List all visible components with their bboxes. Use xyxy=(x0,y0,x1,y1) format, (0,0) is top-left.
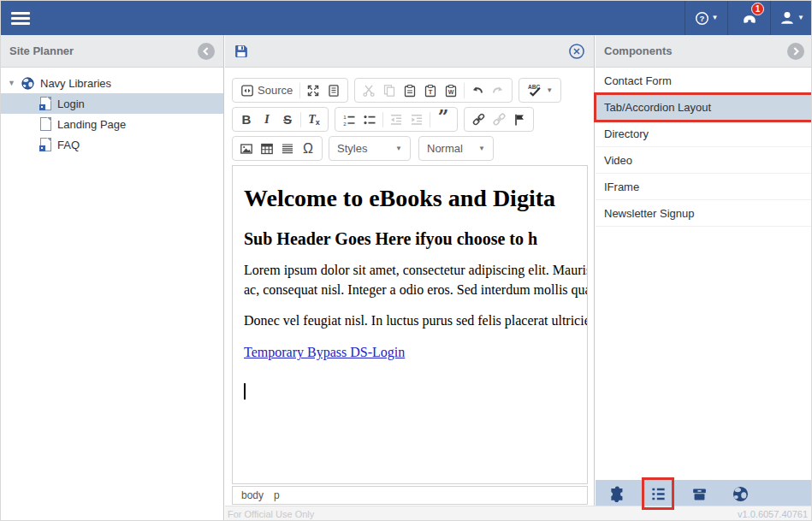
undo-arrow-icon xyxy=(471,84,484,98)
collapse-panel-button[interactable] xyxy=(198,43,215,60)
horizontal-rule-button[interactable] xyxy=(277,139,298,159)
insert-image-button[interactable] xyxy=(236,139,257,159)
paste-from-word-button[interactable]: W xyxy=(441,80,461,101)
increase-indent-button[interactable] xyxy=(406,110,427,130)
save-button[interactable] xyxy=(234,44,249,59)
puzzle-piece-icon xyxy=(609,486,625,502)
editor-toolbar-row-2: B I S Tx 1 2 xyxy=(232,107,587,132)
omega-icon: Ω xyxy=(303,142,313,156)
document-template-icon xyxy=(327,84,341,98)
bold-icon: B xyxy=(242,113,252,126)
redo-button[interactable] xyxy=(488,80,508,101)
user-account-menu-button[interactable]: ▼ xyxy=(770,1,812,35)
source-button[interactable]: Source xyxy=(236,80,297,101)
globe-icon xyxy=(732,486,749,502)
bold-button[interactable]: B xyxy=(236,110,257,130)
paste-text-icon: T xyxy=(424,84,437,98)
chevron-down-icon: ▼ xyxy=(395,145,402,152)
templates-button[interactable] xyxy=(323,80,344,101)
tree-node-landing-page[interactable]: Landing Page xyxy=(1,114,223,134)
plugins-tab-button[interactable] xyxy=(606,483,628,505)
globe-tab-button[interactable] xyxy=(729,483,751,505)
archive-box-icon xyxy=(691,486,708,502)
help-menu-button[interactable]: ? ▼ xyxy=(685,1,727,35)
bulleted-list-icon xyxy=(363,113,376,127)
unlink-icon xyxy=(492,112,507,127)
hamburger-icon xyxy=(11,9,30,27)
component-label: Video xyxy=(604,154,632,167)
tree-node-navy-libraries[interactable]: ▼ Navy Libraries xyxy=(1,73,223,93)
component-label: Contact Form xyxy=(604,74,672,87)
editor-content-area[interactable]: Welcome to eBooks and Digita Sub Header … xyxy=(232,165,588,484)
component-item-iframe[interactable]: IFrame xyxy=(596,174,812,200)
hamburger-menu-button[interactable] xyxy=(1,1,40,35)
content-paragraph: Lorem ipsum dolor sit amet, consectetur … xyxy=(244,261,587,281)
editor-panel: Source xyxy=(225,35,595,521)
tree-expand-caret-icon[interactable]: ▼ xyxy=(8,79,21,87)
format-dropdown[interactable]: Normal ▼ xyxy=(418,136,494,161)
tree-node-label: FAQ xyxy=(57,139,80,151)
blockquote-button[interactable]: ” xyxy=(433,110,453,130)
help-icon: ? xyxy=(695,11,709,26)
site-tree: ▼ Navy Libraries Login xyxy=(1,68,223,155)
maximize-button[interactable] xyxy=(303,80,323,101)
top-navigation-bar: ? ▼ 1 ▼ xyxy=(1,1,812,35)
paste-as-text-button[interactable]: T xyxy=(420,80,441,101)
source-code-icon xyxy=(240,84,254,98)
component-label: IFrame xyxy=(604,181,639,193)
insert-link-button[interactable] xyxy=(468,110,489,130)
component-item-newsletter-signup[interactable]: Newsletter Signup xyxy=(596,200,812,227)
notification-badge: 1 xyxy=(751,3,764,15)
path-element-p[interactable]: p xyxy=(274,489,280,501)
special-character-button[interactable]: Ω xyxy=(298,139,318,159)
page-lock-icon xyxy=(40,138,51,151)
rich-text-editor: Source xyxy=(232,78,587,505)
content-heading1: Welcome to eBooks and Digita xyxy=(244,185,587,212)
cut-button[interactable] xyxy=(359,80,379,101)
archive-box-tab-button[interactable] xyxy=(688,483,710,505)
components-tab-button[interactable] xyxy=(647,483,669,505)
content-heading2: Sub Header Goes Here ifyou choose to h xyxy=(244,229,587,249)
numbered-list-button[interactable]: 1 2 xyxy=(339,110,359,130)
close-editor-button[interactable] xyxy=(568,43,585,60)
paste-icon xyxy=(403,84,417,98)
chevron-down-icon: ▼ xyxy=(712,15,719,21)
topbar-actions: ? ▼ 1 ▼ xyxy=(685,1,812,35)
copy-icon xyxy=(382,84,396,98)
svg-text:?: ? xyxy=(699,13,704,22)
bulleted-list-button[interactable] xyxy=(359,110,380,130)
expand-panel-button[interactable] xyxy=(787,43,804,60)
component-item-directory[interactable]: Directory xyxy=(596,121,812,147)
globe-site-icon xyxy=(21,77,34,90)
numbered-list-icon: 1 2 xyxy=(342,113,356,127)
italic-button[interactable]: I xyxy=(257,110,277,130)
component-item-video[interactable]: Video xyxy=(596,147,812,174)
svg-text:T: T xyxy=(429,88,433,96)
anchor-button[interactable] xyxy=(509,110,530,130)
decrease-indent-button[interactable] xyxy=(386,110,406,130)
undo-button[interactable] xyxy=(467,80,488,101)
styles-dropdown[interactable]: Styles ▼ xyxy=(329,136,411,161)
tree-node-faq[interactable]: FAQ xyxy=(1,134,223,155)
redo-arrow-icon xyxy=(491,84,505,98)
paste-button[interactable] xyxy=(400,80,420,101)
component-item-tab-accordion-layout[interactable]: Tab/Accordion Layout xyxy=(596,94,812,121)
scissors-icon xyxy=(362,84,376,98)
styles-dropdown-value: Styles xyxy=(337,142,367,155)
text-cursor-caret xyxy=(244,383,246,400)
component-item-contact-form[interactable]: Contact Form xyxy=(596,68,812,94)
flag-anchor-icon xyxy=(513,113,526,127)
path-element-body[interactable]: body xyxy=(241,489,264,501)
copy-button[interactable] xyxy=(379,80,400,101)
spellcheck-button[interactable]: ABC ▼ xyxy=(523,80,557,101)
remove-format-button[interactable]: Tx xyxy=(304,110,324,130)
insert-table-button[interactable] xyxy=(257,139,277,159)
unlink-button[interactable] xyxy=(489,110,509,130)
support-phone-button[interactable]: 1 xyxy=(727,1,770,35)
content-link[interactable]: Temporary Bypass DS-Login xyxy=(244,345,405,359)
tree-node-login[interactable]: Login xyxy=(1,93,223,114)
app-window: ? ▼ 1 ▼ Site Planner xyxy=(0,0,812,521)
strikethrough-button[interactable]: S xyxy=(277,110,298,130)
page-icon xyxy=(40,117,51,131)
page-lock-icon xyxy=(40,97,51,110)
